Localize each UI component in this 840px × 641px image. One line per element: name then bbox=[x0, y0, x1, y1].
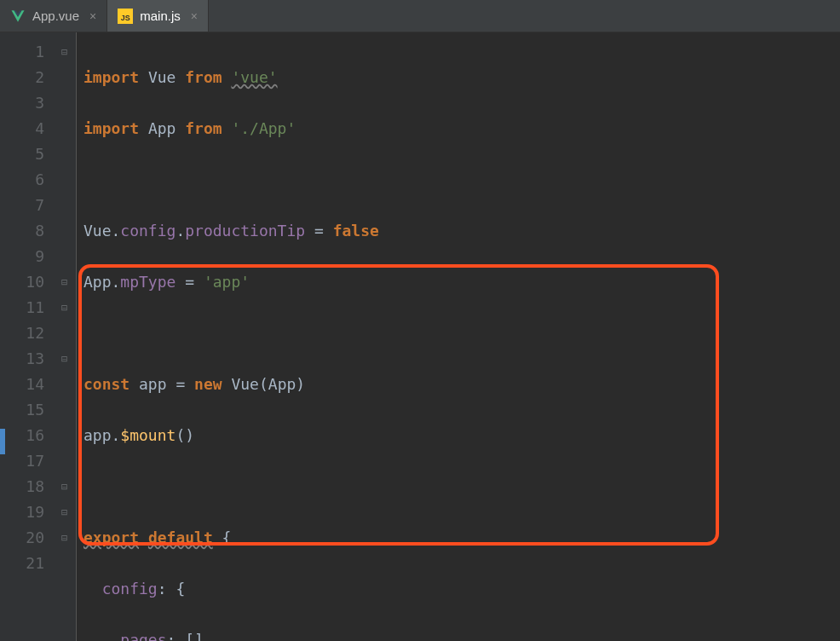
caret-line-marker bbox=[0, 429, 5, 454]
line-number-gutter[interactable]: 1 2 3 4 5 6 7 8 9 10 11 12 13 14 15 16 1… bbox=[0, 32, 53, 641]
line-number: 11 bbox=[0, 295, 44, 320]
line-number: 17 bbox=[0, 448, 44, 474]
tab-main-js[interactable]: JS main.js × bbox=[107, 0, 209, 32]
close-icon[interactable]: × bbox=[86, 9, 96, 23]
line-number: 8 bbox=[0, 218, 44, 244]
fold-icon[interactable]: ⊟ bbox=[53, 500, 76, 525]
editor-area[interactable]: 1 2 3 4 5 6 7 8 9 10 11 12 13 14 15 16 1… bbox=[0, 32, 840, 641]
line-number: 18 bbox=[0, 474, 44, 500]
line-number: 7 bbox=[0, 193, 44, 218]
line-number: 19 bbox=[0, 500, 44, 525]
line-number: 16 bbox=[0, 423, 44, 448]
line-number: 3 bbox=[0, 90, 44, 116]
line-number: 6 bbox=[0, 167, 44, 193]
fold-icon[interactable]: ⊟ bbox=[53, 269, 76, 295]
tab-app-vue[interactable]: App.vue × bbox=[0, 0, 107, 32]
line-number: 2 bbox=[0, 65, 44, 90]
fold-icon[interactable]: ⊟ bbox=[53, 295, 76, 320]
line-number: 4 bbox=[0, 116, 44, 141]
line-number: 13 bbox=[0, 346, 44, 372]
fold-gutter[interactable]: ⊟ ⊟ ⊟ ⊟ ⊟ ⊟ ⊟ bbox=[53, 32, 77, 641]
fold-icon[interactable]: ⊟ bbox=[53, 474, 76, 500]
line-number: 12 bbox=[0, 320, 44, 346]
line-number: 14 bbox=[0, 372, 44, 397]
close-icon[interactable]: × bbox=[187, 9, 198, 23]
fold-icon[interactable]: ⊟ bbox=[53, 346, 76, 372]
vue-icon bbox=[10, 9, 26, 24]
code-area[interactable]: import Vue from 'vue' import App from '.… bbox=[77, 32, 840, 641]
annotation-highlight-box bbox=[78, 264, 719, 546]
line-number: 1 bbox=[0, 39, 44, 65]
fold-icon[interactable]: ⊟ bbox=[53, 39, 76, 65]
js-icon: JS bbox=[118, 9, 133, 24]
line-number: 10 bbox=[0, 269, 44, 295]
line-number: 21 bbox=[0, 551, 44, 576]
line-number: 5 bbox=[0, 141, 44, 167]
tab-label: main.js bbox=[140, 9, 181, 23]
line-number: 15 bbox=[0, 397, 44, 423]
fold-icon[interactable]: ⊟ bbox=[53, 525, 76, 551]
tab-label: App.vue bbox=[32, 9, 79, 23]
line-number: 20 bbox=[0, 525, 44, 551]
line-number: 9 bbox=[0, 244, 44, 269]
tab-bar: App.vue × JS main.js × bbox=[0, 0, 840, 32]
svg-text:JS: JS bbox=[121, 13, 130, 21]
